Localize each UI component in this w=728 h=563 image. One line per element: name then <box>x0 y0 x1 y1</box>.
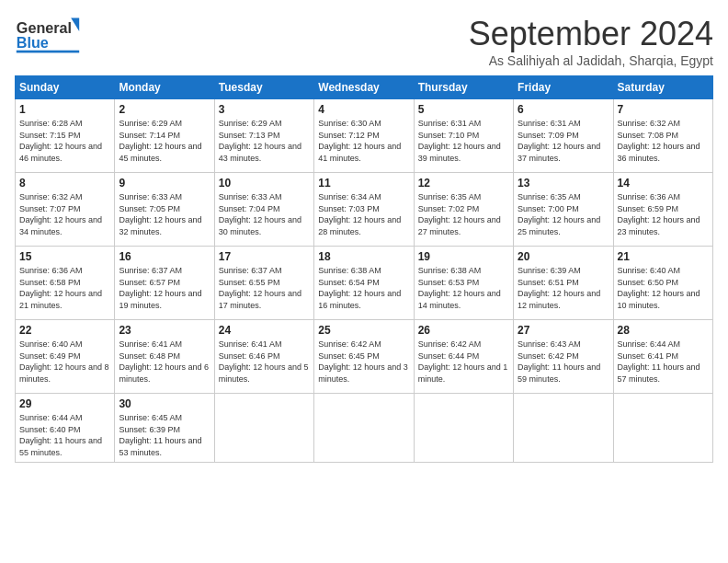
calendar-day-cell: 14Sunrise: 6:36 AMSunset: 6:59 PMDayligh… <box>613 173 712 247</box>
day-info: Sunrise: 6:31 AMSunset: 7:09 PMDaylight:… <box>518 118 609 164</box>
day-number: 26 <box>418 324 509 337</box>
calendar-day-cell <box>414 394 513 463</box>
day-number: 25 <box>318 324 409 337</box>
calendar-day-cell <box>214 394 313 463</box>
calendar-day-cell: 13Sunrise: 6:35 AMSunset: 7:00 PMDayligh… <box>514 173 613 247</box>
day-number: 11 <box>318 177 409 190</box>
day-info: Sunrise: 6:29 AMSunset: 7:14 PMDaylight:… <box>119 118 210 164</box>
weekday-header-row: SundayMondayTuesdayWednesdayThursdayFrid… <box>16 76 713 99</box>
day-number: 20 <box>518 250 609 263</box>
calendar-day-cell: 25Sunrise: 6:42 AMSunset: 6:45 PMDayligh… <box>314 320 414 394</box>
calendar-day-cell: 22Sunrise: 6:40 AMSunset: 6:49 PMDayligh… <box>16 320 115 394</box>
day-info: Sunrise: 6:34 AMSunset: 7:03 PMDaylight:… <box>318 191 409 237</box>
day-info: Sunrise: 6:38 AMSunset: 6:54 PMDaylight:… <box>318 265 409 311</box>
day-info: Sunrise: 6:42 AMSunset: 6:44 PMDaylight:… <box>418 339 509 385</box>
day-number: 23 <box>119 324 210 337</box>
calendar-day-cell: 9Sunrise: 6:33 AMSunset: 7:05 PMDaylight… <box>115 173 214 247</box>
svg-rect-3 <box>17 51 79 53</box>
day-number: 3 <box>219 103 310 116</box>
calendar-day-cell: 7Sunrise: 6:32 AMSunset: 7:08 PMDaylight… <box>613 99 712 173</box>
day-info: Sunrise: 6:40 AMSunset: 6:49 PMDaylight:… <box>19 339 110 385</box>
calendar-day-cell: 2Sunrise: 6:29 AMSunset: 7:14 PMDaylight… <box>115 99 214 173</box>
day-info: Sunrise: 6:30 AMSunset: 7:12 PMDaylight:… <box>318 118 409 164</box>
day-number: 7 <box>618 103 709 116</box>
day-info: Sunrise: 6:37 AMSunset: 6:57 PMDaylight:… <box>119 265 210 311</box>
calendar-day-cell: 3Sunrise: 6:29 AMSunset: 7:13 PMDaylight… <box>214 99 313 173</box>
day-info: Sunrise: 6:28 AMSunset: 7:15 PMDaylight:… <box>19 118 110 164</box>
day-info: Sunrise: 6:31 AMSunset: 7:10 PMDaylight:… <box>418 118 509 164</box>
day-number: 16 <box>119 250 210 263</box>
day-info: Sunrise: 6:37 AMSunset: 6:55 PMDaylight:… <box>219 265 310 311</box>
day-info: Sunrise: 6:41 AMSunset: 6:48 PMDaylight:… <box>119 339 210 385</box>
day-number: 14 <box>618 177 709 190</box>
weekday-header-cell: Tuesday <box>214 76 313 99</box>
calendar-day-cell: 26Sunrise: 6:42 AMSunset: 6:44 PMDayligh… <box>414 320 513 394</box>
day-info: Sunrise: 6:40 AMSunset: 6:50 PMDaylight:… <box>618 265 709 311</box>
day-info: Sunrise: 6:38 AMSunset: 6:53 PMDaylight:… <box>418 265 509 311</box>
day-info: Sunrise: 6:35 AMSunset: 7:00 PMDaylight:… <box>518 191 609 237</box>
weekday-header-cell: Wednesday <box>314 76 414 99</box>
svg-text:General: General <box>17 19 72 36</box>
calendar-day-cell: 28Sunrise: 6:44 AMSunset: 6:41 PMDayligh… <box>613 320 712 394</box>
calendar-day-cell: 15Sunrise: 6:36 AMSunset: 6:58 PMDayligh… <box>16 247 115 320</box>
day-info: Sunrise: 6:32 AMSunset: 7:08 PMDaylight:… <box>618 118 709 164</box>
calendar-day-cell: 21Sunrise: 6:40 AMSunset: 6:50 PMDayligh… <box>613 247 712 320</box>
calendar-week-row: 1Sunrise: 6:28 AMSunset: 7:15 PMDaylight… <box>16 99 713 173</box>
day-info: Sunrise: 6:42 AMSunset: 6:45 PMDaylight:… <box>318 339 409 385</box>
day-info: Sunrise: 6:32 AMSunset: 7:07 PMDaylight:… <box>19 191 110 237</box>
day-number: 9 <box>119 177 210 190</box>
day-number: 17 <box>219 250 310 263</box>
calendar-day-cell: 11Sunrise: 6:34 AMSunset: 7:03 PMDayligh… <box>314 173 414 247</box>
page-header: General Blue September 2024 As Salihiyah… <box>15 15 713 68</box>
calendar-table: SundayMondayTuesdayWednesdayThursdayFrid… <box>15 75 713 463</box>
calendar-day-cell: 18Sunrise: 6:38 AMSunset: 6:54 PMDayligh… <box>314 247 414 320</box>
day-info: Sunrise: 6:29 AMSunset: 7:13 PMDaylight:… <box>219 118 310 164</box>
day-info: Sunrise: 6:36 AMSunset: 6:58 PMDaylight:… <box>19 265 110 311</box>
day-number: 22 <box>19 324 110 337</box>
logo: General Blue <box>15 15 97 56</box>
day-info: Sunrise: 6:44 AMSunset: 6:41 PMDaylight:… <box>618 339 709 385</box>
calendar-week-row: 29Sunrise: 6:44 AMSunset: 6:40 PMDayligh… <box>16 394 713 463</box>
day-number: 19 <box>418 250 509 263</box>
calendar-day-cell: 10Sunrise: 6:33 AMSunset: 7:04 PMDayligh… <box>214 173 313 247</box>
calendar-day-cell: 24Sunrise: 6:41 AMSunset: 6:46 PMDayligh… <box>214 320 313 394</box>
calendar-day-cell: 1Sunrise: 6:28 AMSunset: 7:15 PMDaylight… <box>16 99 115 173</box>
day-info: Sunrise: 6:33 AMSunset: 7:04 PMDaylight:… <box>219 191 310 237</box>
day-number: 1 <box>19 103 110 116</box>
calendar-body: 1Sunrise: 6:28 AMSunset: 7:15 PMDaylight… <box>16 99 713 463</box>
day-number: 28 <box>618 324 709 337</box>
day-info: Sunrise: 6:39 AMSunset: 6:51 PMDaylight:… <box>518 265 609 311</box>
weekday-header-cell: Friday <box>514 76 613 99</box>
day-number: 8 <box>19 177 110 190</box>
day-number: 6 <box>518 103 609 116</box>
calendar-day-cell: 6Sunrise: 6:31 AMSunset: 7:09 PMDaylight… <box>514 99 613 173</box>
calendar-day-cell: 27Sunrise: 6:43 AMSunset: 6:42 PMDayligh… <box>514 320 613 394</box>
calendar-day-cell: 20Sunrise: 6:39 AMSunset: 6:51 PMDayligh… <box>514 247 613 320</box>
weekday-header-cell: Sunday <box>16 76 115 99</box>
day-info: Sunrise: 6:35 AMSunset: 7:02 PMDaylight:… <box>418 191 509 237</box>
day-info: Sunrise: 6:33 AMSunset: 7:05 PMDaylight:… <box>119 191 210 237</box>
calendar-week-row: 15Sunrise: 6:36 AMSunset: 6:58 PMDayligh… <box>16 247 713 320</box>
calendar-week-row: 22Sunrise: 6:40 AMSunset: 6:49 PMDayligh… <box>16 320 713 394</box>
svg-marker-1 <box>71 18 79 31</box>
day-number: 12 <box>418 177 509 190</box>
calendar-week-row: 8Sunrise: 6:32 AMSunset: 7:07 PMDaylight… <box>16 173 713 247</box>
location-subtitle: As Salihiyah al Jadidah, Sharqia, Egypt <box>469 53 713 68</box>
day-info: Sunrise: 6:45 AMSunset: 6:39 PMDaylight:… <box>119 412 210 458</box>
weekday-header-cell: Monday <box>115 76 214 99</box>
svg-text:Blue: Blue <box>17 34 49 51</box>
day-number: 5 <box>418 103 509 116</box>
day-info: Sunrise: 6:44 AMSunset: 6:40 PMDaylight:… <box>19 412 110 458</box>
title-block: September 2024 As Salihiyah al Jadidah, … <box>469 15 713 68</box>
calendar-day-cell: 29Sunrise: 6:44 AMSunset: 6:40 PMDayligh… <box>16 394 115 463</box>
calendar-day-cell <box>613 394 712 463</box>
weekday-header-cell: Saturday <box>613 76 712 99</box>
day-number: 18 <box>318 250 409 263</box>
day-info: Sunrise: 6:41 AMSunset: 6:46 PMDaylight:… <box>219 339 310 385</box>
calendar-day-cell: 17Sunrise: 6:37 AMSunset: 6:55 PMDayligh… <box>214 247 313 320</box>
weekday-header-cell: Thursday <box>414 76 513 99</box>
calendar-day-cell <box>314 394 414 463</box>
day-number: 13 <box>518 177 609 190</box>
month-title: September 2024 <box>469 15 713 53</box>
day-number: 4 <box>318 103 409 116</box>
